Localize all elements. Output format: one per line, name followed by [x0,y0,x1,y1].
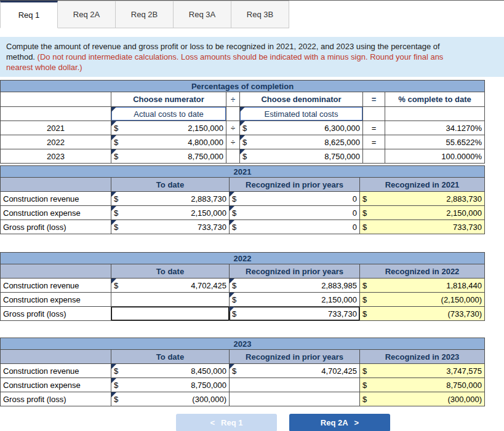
to-date-input[interactable]: $(300,000) [111,392,230,406]
blank-cell [226,107,240,121]
col-header-to-date: To date [111,178,230,192]
recognized-value-cell: $733,730 [360,220,485,234]
currency-symbol: $ [114,381,118,390]
answer-marker-icon [111,107,116,112]
instruction-text: method. [6,52,35,61]
currency-symbol: $ [114,223,118,232]
currency-symbol: $ [232,295,236,304]
col-header-recognized: Recognized in 2022 [360,264,485,279]
prior-years-input[interactable]: $0 [230,220,360,234]
blank-cell [1,92,111,107]
currency-symbol: $ [114,366,118,376]
currency-symbol: $ [362,366,367,376]
currency-symbol: $ [232,223,236,232]
numerator-input[interactable]: $8,750,000 [111,149,226,164]
currency-symbol: $ [232,194,236,204]
tab-req-1[interactable]: Req 1 [0,1,58,28]
currency-symbol: $ [114,208,118,218]
prior-years-input[interactable]: $0 [230,206,360,220]
table-row: Construction expense $2,150,000 $(2,150,… [1,293,485,307]
next-req-button[interactable]: Req 2A > [289,414,390,431]
currency-symbol: $ [362,208,367,218]
recognized-value-cell: $2,883,730 [360,192,485,206]
next-button-label: Req 2A [321,418,348,427]
blank-cell [385,107,485,121]
denominator-input[interactable]: $8,625,000 [240,135,363,149]
col-header-prior-years: Recognized in prior years [230,350,360,364]
col-header-denominator: Choose denominator [240,92,363,107]
currency-symbol: $ [114,395,118,404]
to-date-input[interactable] [111,307,230,321]
numerator-select[interactable]: Actual costs to date [111,107,226,121]
divide-sign [226,149,240,164]
currency-symbol: $ [242,152,247,161]
section-title: 2021 [1,166,485,178]
percentages-of-completion-table: Percentages of completion Choose numerat… [0,80,485,164]
pct-complete-value: 55.6522% [385,135,485,149]
prev-req-button[interactable]: < Req 1 [176,414,277,431]
denominator-select[interactable]: Estimated total costs [240,107,363,121]
blank-cell [363,107,385,121]
to-date-input[interactable]: $733,730 [111,220,230,234]
to-date-input[interactable]: $8,450,000 [111,364,230,378]
col-header-prior-years: Recognized in prior years [230,264,360,279]
blank-cell [1,178,111,192]
prior-years-input[interactable]: $0 [230,192,360,206]
recognized-value-cell: $(733,730) [360,307,485,321]
tab-req-2a[interactable]: Req 2A [58,1,116,28]
denominator-input[interactable]: $6,300,000 [240,121,363,135]
table-row: 2021 $2,150,000 ÷ $6,300,000 = 34.1270% [1,121,485,135]
selected-option: Estimated total costs [265,109,338,119]
prior-years-input[interactable]: $733,730 [230,307,360,321]
prior-years-input[interactable] [230,378,360,392]
numerator-input[interactable]: $4,800,000 [111,135,226,149]
to-date-input[interactable]: $4,702,425 [111,279,230,293]
year-2023-table: 2023 To date Recognized in prior years R… [0,338,485,406]
equals-sign: = [363,135,385,149]
pagination-footer: < Req 1 Req 2A > [176,414,504,431]
currency-symbol: $ [232,208,236,218]
blank-cell [1,107,111,121]
table-row: 2022 $4,800,000 ÷ $8,625,000 = 55.6522% [1,135,485,149]
to-date-input[interactable]: $8,750,000 [111,378,230,392]
year-label: 2021 [1,121,111,135]
pct-complete-value: 100.0000% [385,149,485,164]
divide-sign: ÷ [226,135,240,149]
tab-req-2b[interactable]: Req 2B [116,1,174,28]
tab-req-3a[interactable]: Req 3A [174,1,231,28]
row-label: Construction expense [1,378,111,392]
blank-cell [1,264,111,279]
equals-sign: = [363,92,385,107]
recognized-value-cell: $(2,150,000) [360,293,485,307]
section-title: 2023 [1,338,485,350]
chevron-left-icon: < [210,418,215,427]
year-2022-table: 2022 To date Recognized in prior years R… [0,252,485,321]
col-header-to-date: To date [111,350,230,364]
currency-symbol: $ [232,366,236,376]
numerator-input[interactable]: $2,150,000 [111,121,226,135]
prior-years-input[interactable]: $2,883,985 [230,279,360,293]
prior-years-input[interactable]: $2,150,000 [230,293,360,307]
row-label: Gross profit (loss) [1,392,111,406]
instruction-text: Compute the amount of revenue and gross … [6,42,440,51]
tab-label: Req 2B [131,10,158,19]
divide-sign: ÷ [226,92,240,107]
row-label: Construction revenue [1,192,111,206]
blank-cell [1,350,111,364]
tab-req-3b[interactable]: Req 3B [231,1,289,28]
equals-sign: = [363,121,385,135]
recognized-value-cell: $3,747,575 [360,364,485,378]
denominator-input[interactable]: $8,750,000 [240,149,363,164]
table-title: Percentages of completion [1,81,485,92]
to-date-input[interactable]: $2,150,000 [111,206,230,220]
to-date-input[interactable]: $2,883,730 [111,192,230,206]
row-label: Gross profit (loss) [1,220,111,234]
equals-sign [363,149,385,164]
currency-symbol: $ [362,381,367,390]
currency-symbol: $ [232,309,236,318]
prior-years-input[interactable] [230,392,360,406]
to-date-input[interactable] [111,293,230,307]
section-title: 2022 [1,253,485,264]
prior-years-input[interactable]: $4,702,425 [230,364,360,378]
currency-symbol: $ [362,281,367,290]
